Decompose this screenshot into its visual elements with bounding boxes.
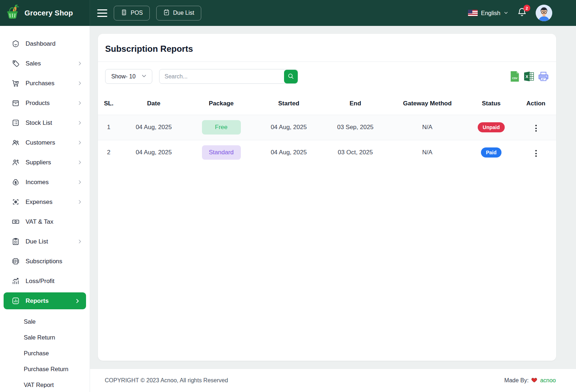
cell-package: Free: [188, 115, 255, 140]
cell-status: Unpaid: [467, 115, 516, 140]
reports-bar-chart-icon: [12, 297, 20, 305]
col-header-gateway: Gateway Method: [388, 92, 467, 115]
due-list-button-label: Due List: [173, 10, 194, 16]
sidebar-nav: Dashboard Sales Purchases Products: [0, 26, 90, 392]
brand-logo[interactable]: Grocery Shop: [0, 0, 90, 26]
pos-button[interactable]: POS: [114, 6, 150, 20]
cell-date: 04 Aug, 2025: [120, 115, 188, 140]
sidebar-item-sales[interactable]: Sales: [0, 54, 90, 73]
sidebar-item-label: Loss/Profit: [26, 278, 54, 285]
sidebar-item-products[interactable]: Products: [0, 93, 90, 113]
due-list-clipboard-icon: [12, 237, 20, 246]
copyright-text: COPYRIGHT © 2023 Acnoo, All rights Reser…: [105, 377, 228, 384]
chevron-right-icon: [77, 81, 82, 86]
made-by-text: Made By:: [504, 377, 529, 384]
submenu-item-sale[interactable]: Sale: [24, 314, 90, 329]
chevron-right-icon: [77, 179, 82, 185]
dashboard-icon: [12, 40, 20, 48]
chevron-right-icon: [77, 239, 82, 244]
sidebar-item-vat-tax[interactable]: VAT & Tax: [0, 212, 90, 232]
table-row: 2 04 Aug, 2025 Standard 04 Aug, 2025 03 …: [98, 140, 556, 165]
cell-gateway: N/A: [388, 140, 467, 165]
reports-submenu: Sale Sale Return Purchase Purchase Retur…: [0, 311, 90, 392]
chevron-right-icon: [77, 120, 82, 126]
loss-profit-chart-icon: [12, 277, 20, 285]
sidebar-item-incomes[interactable]: Incomes: [0, 172, 90, 192]
calculator-icon: [121, 9, 127, 17]
subscription-reports-card: Subscription Reports Show- 10: [98, 34, 556, 361]
col-header-started: Started: [255, 92, 323, 115]
row-actions-kebab-icon[interactable]: [532, 123, 540, 134]
status-badge: Paid: [481, 147, 502, 158]
due-list-button[interactable]: Due List: [156, 6, 201, 20]
sidebar-item-label: Due List: [26, 238, 48, 245]
brand-name: Grocery Shop: [24, 9, 73, 17]
cell-started: 04 Aug, 2025: [255, 115, 323, 140]
grocery-basket-icon: [5, 5, 20, 21]
sidebar-item-label: Sales: [26, 60, 41, 67]
page-title: Subscription Reports: [98, 34, 556, 61]
export-csv-button[interactable]: CSV: [509, 71, 520, 82]
user-avatar[interactable]: [536, 5, 552, 21]
notifications-button[interactable]: 2: [517, 7, 527, 19]
cell-sl: 1: [98, 115, 120, 140]
page-footer: COPYRIGHT © 2023 Acnoo, All rights Reser…: [90, 369, 576, 392]
submenu-item-vat-report[interactable]: VAT Report: [24, 377, 90, 392]
cell-status: Paid: [467, 140, 516, 165]
cell-end: 03 Sep, 2025: [323, 115, 388, 140]
sidebar-item-purchases[interactable]: Purchases: [0, 73, 90, 93]
sidebar-item-expenses[interactable]: Expenses: [0, 192, 90, 212]
chevron-right-icon: [75, 298, 80, 304]
products-box-icon: [12, 99, 20, 107]
cell-gateway: N/A: [388, 115, 467, 140]
csv-icon-label: CSV: [512, 77, 517, 80]
cell-action: [516, 140, 556, 165]
sidebar-item-stock-list[interactable]: Stock List: [0, 113, 90, 133]
sidebar-item-dashboard[interactable]: Dashboard: [0, 34, 90, 54]
sidebar-item-due-list[interactable]: Due List: [0, 232, 90, 251]
pos-button-label: POS: [131, 10, 143, 16]
notification-count-badge: 2: [523, 5, 530, 12]
suppliers-icon: [12, 158, 20, 167]
col-header-date: Date: [120, 92, 188, 115]
sidebar-item-label: Products: [26, 100, 50, 107]
row-actions-kebab-icon[interactable]: [532, 148, 540, 159]
vat-tax-banknote-icon: [12, 218, 20, 226]
sidebar-item-reports[interactable]: Reports: [4, 292, 86, 309]
language-selector[interactable]: English: [468, 10, 508, 17]
col-header-end: End: [323, 92, 388, 115]
sidebar-item-label: Reports: [26, 297, 49, 305]
cell-package: Standard: [188, 140, 255, 165]
sidebar-toggle-hamburger-icon[interactable]: [97, 9, 107, 17]
excel-icon-label: X: [526, 74, 528, 79]
search-button[interactable]: [284, 70, 298, 83]
submenu-item-sale-return[interactable]: Sale Return: [24, 329, 90, 345]
subscription-reports-table: SL. Date Package Started End Gateway Met…: [98, 92, 556, 165]
print-button[interactable]: [538, 71, 549, 82]
submenu-item-purchase-return[interactable]: Purchase Return: [24, 361, 90, 377]
sidebar-item-label: Expenses: [26, 199, 53, 206]
chevron-right-icon: [77, 199, 82, 205]
sidebar-item-loss-profit[interactable]: Loss/Profit: [0, 271, 90, 291]
us-flag-icon: [468, 10, 478, 16]
heart-icon: [531, 377, 537, 384]
sidebar-item-subscriptions[interactable]: Subscriptions: [0, 251, 90, 271]
customers-icon: [12, 138, 20, 147]
table-row: 1 04 Aug, 2025 Free 04 Aug, 2025 03 Sep,…: [98, 115, 556, 140]
incomes-money-bag-icon: [12, 178, 20, 186]
search-input[interactable]: [159, 69, 298, 84]
chevron-right-icon: [77, 140, 82, 145]
show-entries-select[interactable]: Show- 10: [105, 69, 152, 84]
chevron-right-icon: [77, 160, 82, 165]
chevron-right-icon: [77, 100, 82, 106]
col-header-sl: SL.: [98, 92, 120, 115]
col-header-action: Action: [516, 92, 556, 115]
main-content: Subscription Reports Show- 10: [90, 26, 576, 392]
sidebar-item-suppliers[interactable]: Suppliers: [0, 152, 90, 172]
made-by-brand-link[interactable]: acnoo: [540, 377, 556, 384]
sidebar-item-customers[interactable]: Customers: [0, 133, 90, 152]
purchases-cart-icon: [12, 79, 20, 87]
package-badge: Standard: [202, 145, 241, 160]
submenu-item-purchase[interactable]: Purchase: [24, 345, 90, 361]
export-excel-button[interactable]: X: [523, 71, 535, 82]
